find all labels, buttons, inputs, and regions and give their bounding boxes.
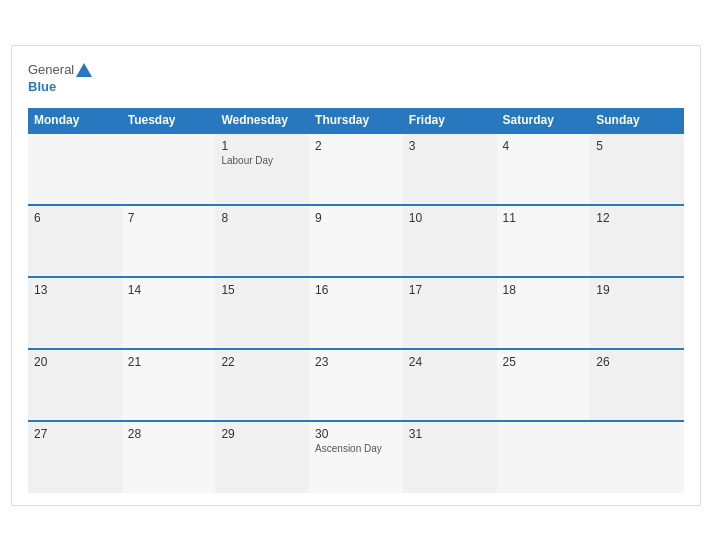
calendar-cell: 23 [309, 349, 403, 421]
weekday-monday: Monday [28, 108, 122, 133]
day-number: 10 [409, 211, 491, 225]
day-number: 15 [221, 283, 303, 297]
logo: GeneralBlue [28, 62, 92, 94]
day-number: 24 [409, 355, 491, 369]
calendar-cell [497, 421, 591, 493]
calendar-table: MondayTuesdayWednesdayThursdayFridaySatu… [28, 108, 684, 493]
logo-blue: Blue [28, 79, 56, 94]
week-row-5: 27282930Ascension Day31 [28, 421, 684, 493]
calendar-cell: 9 [309, 205, 403, 277]
day-number: 7 [128, 211, 210, 225]
calendar-cell: 15 [215, 277, 309, 349]
weekday-friday: Friday [403, 108, 497, 133]
calendar-cell: 26 [590, 349, 684, 421]
day-number: 4 [503, 139, 585, 153]
calendar-cell: 22 [215, 349, 309, 421]
day-number: 8 [221, 211, 303, 225]
day-number: 2 [315, 139, 397, 153]
day-number: 14 [128, 283, 210, 297]
calendar-cell: 18 [497, 277, 591, 349]
day-number: 16 [315, 283, 397, 297]
holiday-label: Ascension Day [315, 443, 397, 454]
weekday-wednesday: Wednesday [215, 108, 309, 133]
day-number: 20 [34, 355, 116, 369]
calendar-cell: 16 [309, 277, 403, 349]
calendar-cell [28, 133, 122, 205]
calendar-cell [590, 421, 684, 493]
weekday-thursday: Thursday [309, 108, 403, 133]
day-number: 28 [128, 427, 210, 441]
calendar-cell: 11 [497, 205, 591, 277]
day-number: 29 [221, 427, 303, 441]
calendar-header: GeneralBlue [28, 62, 684, 94]
calendar-cell: 5 [590, 133, 684, 205]
day-number: 1 [221, 139, 303, 153]
day-number: 22 [221, 355, 303, 369]
day-number: 17 [409, 283, 491, 297]
calendar-cell: 17 [403, 277, 497, 349]
weekday-sunday: Sunday [590, 108, 684, 133]
day-number: 18 [503, 283, 585, 297]
calendar-cell: 21 [122, 349, 216, 421]
holiday-label: Labour Day [221, 155, 303, 166]
calendar-cell: 12 [590, 205, 684, 277]
week-row-2: 6789101112 [28, 205, 684, 277]
weekday-saturday: Saturday [497, 108, 591, 133]
calendar-cell: 13 [28, 277, 122, 349]
day-number: 11 [503, 211, 585, 225]
week-row-1: 1Labour Day2345 [28, 133, 684, 205]
calendar-cell: 4 [497, 133, 591, 205]
calendar-cell: 10 [403, 205, 497, 277]
calendar-cell: 19 [590, 277, 684, 349]
calendar-cell: 27 [28, 421, 122, 493]
calendar-container: GeneralBlue MondayTuesdayWednesdayThursd… [11, 45, 701, 506]
calendar-cell: 14 [122, 277, 216, 349]
week-row-3: 13141516171819 [28, 277, 684, 349]
weekday-header-row: MondayTuesdayWednesdayThursdayFridaySatu… [28, 108, 684, 133]
day-number: 5 [596, 139, 678, 153]
calendar-cell [122, 133, 216, 205]
day-number: 25 [503, 355, 585, 369]
day-number: 6 [34, 211, 116, 225]
calendar-cell: 3 [403, 133, 497, 205]
weekday-tuesday: Tuesday [122, 108, 216, 133]
logo-triangle-icon [76, 63, 92, 77]
week-row-4: 20212223242526 [28, 349, 684, 421]
calendar-cell: 31 [403, 421, 497, 493]
calendar-cell: 20 [28, 349, 122, 421]
day-number: 31 [409, 427, 491, 441]
calendar-cell: 25 [497, 349, 591, 421]
calendar-cell: 2 [309, 133, 403, 205]
day-number: 30 [315, 427, 397, 441]
day-number: 12 [596, 211, 678, 225]
day-number: 27 [34, 427, 116, 441]
calendar-cell: 24 [403, 349, 497, 421]
calendar-header-row: MondayTuesdayWednesdayThursdayFridaySatu… [28, 108, 684, 133]
calendar-cell: 1Labour Day [215, 133, 309, 205]
calendar-cell: 28 [122, 421, 216, 493]
day-number: 23 [315, 355, 397, 369]
day-number: 21 [128, 355, 210, 369]
day-number: 9 [315, 211, 397, 225]
calendar-body: 1Labour Day23456789101112131415161718192… [28, 133, 684, 493]
calendar-cell: 29 [215, 421, 309, 493]
day-number: 19 [596, 283, 678, 297]
calendar-cell: 6 [28, 205, 122, 277]
calendar-cell: 8 [215, 205, 309, 277]
day-number: 3 [409, 139, 491, 153]
calendar-cell: 30Ascension Day [309, 421, 403, 493]
day-number: 13 [34, 283, 116, 297]
logo-general: General [28, 62, 74, 77]
calendar-cell: 7 [122, 205, 216, 277]
day-number: 26 [596, 355, 678, 369]
